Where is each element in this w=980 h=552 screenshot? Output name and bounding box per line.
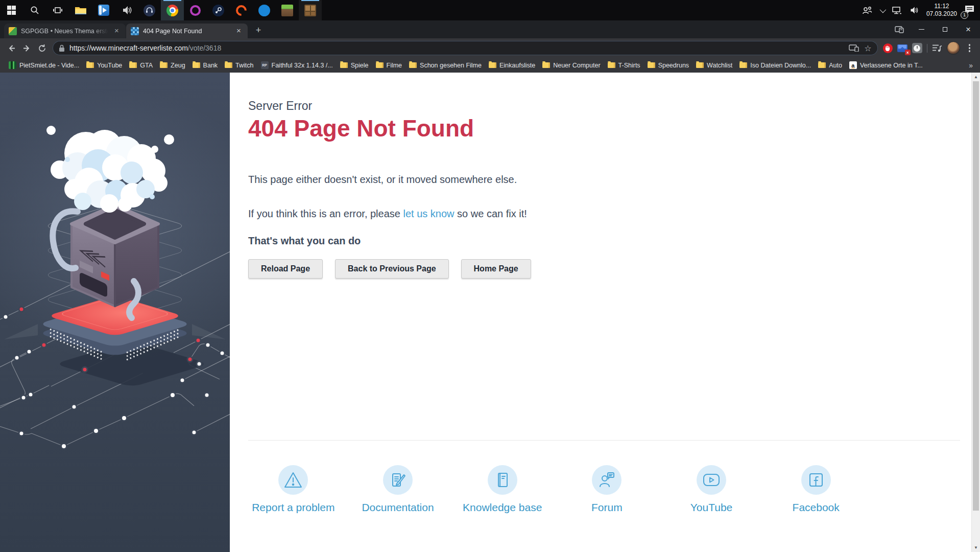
uplay-swirl-icon	[258, 5, 270, 16]
taskbar-item-audio-app[interactable]	[115, 0, 138, 20]
clock[interactable]: 11:12 07.03.2020	[926, 3, 957, 18]
bookmark-label: Verlassene Orte in T...	[860, 62, 923, 69]
reload-button[interactable]	[34, 40, 50, 56]
blue-play-icon	[98, 5, 109, 16]
bookmark-item[interactable]: Einkaufsliste	[485, 60, 539, 71]
taskbar-item-minecraft-launcher[interactable]	[299, 0, 322, 20]
footer-label[interactable]: Facebook	[763, 501, 868, 514]
taskbar-item-origin[interactable]	[230, 0, 253, 20]
bookmark-item[interactable]: Iso Dateien Downlo...	[736, 60, 815, 71]
taskbar-item-teamspeak[interactable]	[138, 0, 161, 20]
bookmark-item[interactable]: Zeug	[156, 60, 189, 71]
home-page-button[interactable]: Home Page	[461, 259, 531, 279]
footer-label[interactable]: Knowledge base	[450, 501, 555, 514]
footer-forum[interactable]: Forum	[555, 465, 659, 514]
media-controls-icon[interactable]	[932, 44, 942, 52]
taskbar-item-minecraft[interactable]	[276, 0, 299, 20]
taskbar-item-media-player[interactable]	[92, 0, 115, 20]
bookmark-label: PietSmiet.de - Vide...	[19, 62, 79, 69]
tab-preview-icon[interactable]	[889, 20, 910, 38]
new-tab-button[interactable]: +	[251, 23, 266, 37]
mail-checker-icon[interactable]: x	[897, 44, 907, 52]
taskbar-item-chrome[interactable]	[161, 0, 184, 20]
footer-report-problem[interactable]: Report a problem	[241, 465, 346, 514]
footer-label[interactable]: Forum	[555, 501, 659, 514]
profile-avatar[interactable]	[947, 41, 960, 55]
taskbar-item-opera[interactable]	[184, 0, 207, 20]
footer-facebook[interactable]: Facebook	[763, 465, 868, 514]
folder-icon	[608, 62, 615, 68]
taskbar-item-file-explorer[interactable]	[69, 0, 92, 20]
minimize-button[interactable]	[910, 20, 933, 38]
headset-icon	[144, 5, 155, 16]
footer-documentation[interactable]: Documentation	[346, 465, 450, 514]
footer-label[interactable]: Documentation	[346, 501, 450, 514]
scrollbar-up-icon[interactable]: ▲	[972, 73, 980, 81]
bookmark-item[interactable]: Watchlist	[692, 60, 736, 71]
bookmark-star-icon[interactable]: ☆	[864, 43, 871, 53]
adblock-hand-icon[interactable]	[883, 43, 893, 53]
footer-divider	[248, 440, 960, 441]
serverliste-favicon-icon	[131, 27, 139, 35]
action-center-button[interactable]: 1	[964, 5, 975, 16]
bookmark-item[interactable]: Speedruns	[644, 60, 692, 71]
folder-icon	[160, 62, 168, 68]
taskbar-item-steam[interactable]	[207, 0, 230, 20]
scrollbar-down-icon[interactable]: ▼	[972, 543, 980, 552]
let-us-know-link[interactable]: let us know	[403, 208, 455, 219]
start-button[interactable]	[0, 0, 23, 20]
tab-forum[interactable]: SGPGGB • Neues Thema erstellen ×	[4, 24, 126, 38]
bookmark-item[interactable]: Twitch	[221, 60, 257, 71]
bookmark-item[interactable]: T-Shirts	[604, 60, 644, 71]
tab-title: 404 Page Not Found	[143, 28, 230, 35]
bookmark-item[interactable]: PietSmiet.de - Vide...	[5, 60, 83, 71]
actions-heading: That's what you can do	[248, 235, 980, 247]
bookmark-label: T-Shirts	[618, 62, 640, 69]
close-button[interactable]: ×	[957, 20, 980, 38]
taskbar-search-button[interactable]	[23, 0, 46, 20]
forward-button[interactable]	[19, 40, 34, 56]
bookmark-item[interactable]: Bank	[189, 60, 222, 71]
minimize-icon	[919, 29, 924, 30]
back-to-previous-button[interactable]: Back to Previous Page	[335, 259, 449, 279]
bookmark-item[interactable]: Auto	[815, 60, 846, 71]
network-icon[interactable]	[892, 6, 902, 15]
bookmark-item[interactable]: RPFaithful 32x 1.14.3 /...	[257, 60, 337, 71]
page-scrollbar[interactable]: ▲ ▼	[971, 73, 980, 552]
scrollbar-thumb[interactable]	[973, 81, 979, 511]
footer-youtube[interactable]: YouTube	[659, 465, 764, 514]
bookmark-item[interactable]: Spiele	[337, 60, 372, 71]
bookmark-item[interactable]: Neuer Computer	[539, 60, 604, 71]
address-bar[interactable]: https://www.minecraft-serverliste.com/vo…	[53, 41, 878, 55]
footer-label[interactable]: YouTube	[659, 501, 764, 514]
footer-knowledge-base[interactable]: Knowledge base	[450, 465, 555, 514]
timer-extension-icon[interactable]	[912, 43, 922, 53]
tab-404[interactable]: 404 Page Not Found ×	[126, 24, 248, 38]
task-view-button[interactable]	[46, 0, 69, 20]
volume-icon[interactable]	[909, 6, 919, 15]
bookmark-item[interactable]: Filme	[372, 60, 406, 71]
bookmark-item[interactable]: aVerlassene Orte in T...	[846, 60, 926, 71]
tab-close-icon[interactable]: ×	[234, 27, 243, 35]
hidden-icons-chevron[interactable]	[879, 6, 886, 13]
bookmark-label: Faithful 32x 1.14.3 /...	[272, 62, 333, 69]
server-illustration	[0, 73, 230, 552]
taskbar-item-uplay[interactable]	[253, 0, 276, 20]
action-buttons: Reload Page Back to Previous Page Home P…	[248, 259, 980, 279]
chrome-menu-icon[interactable]	[965, 44, 974, 52]
reload-page-button[interactable]: Reload Page	[248, 259, 323, 279]
bookmark-item[interactable]: Schon gesehen Filme	[405, 60, 485, 71]
task-view-icon	[53, 5, 63, 15]
send-to-device-icon[interactable]	[849, 44, 859, 52]
bookmark-label: Filme	[387, 62, 402, 69]
steam-icon	[212, 5, 224, 16]
bookmark-item[interactable]: GTA	[126, 60, 156, 71]
restore-button[interactable]	[933, 20, 957, 38]
notification-badge: 1	[961, 11, 968, 19]
bookmarks-overflow-chevron[interactable]: »	[967, 61, 975, 70]
bookmark-item[interactable]: YouTube	[83, 60, 126, 71]
footer-label[interactable]: Report a problem	[241, 501, 346, 514]
tab-close-icon[interactable]: ×	[112, 27, 121, 35]
back-button[interactable]	[4, 40, 19, 56]
people-icon[interactable]	[862, 6, 873, 15]
